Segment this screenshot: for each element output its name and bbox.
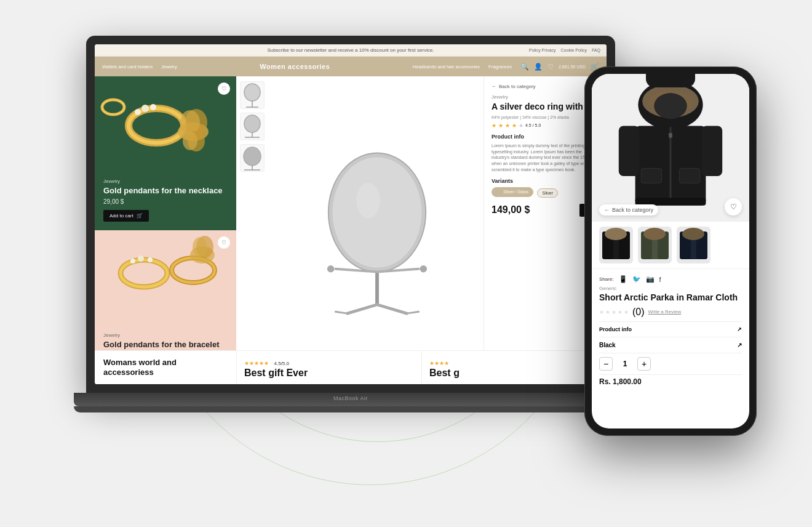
svg-point-22 — [244, 84, 260, 101]
svg-point-40 — [420, 265, 427, 273]
phone-product-info-row[interactable]: Product info ↗ — [599, 321, 742, 337]
laptop-device: Subscribe to our newsletter and receive … — [74, 36, 627, 454]
back-to-category[interactable]: ← Back to category — [492, 84, 599, 89]
nav-wallets[interactable]: Wallets and card holders — [102, 64, 153, 70]
phone-star-4: ★ — [618, 309, 623, 315]
detail-description: Lorem Ipsum is simply dummy text of the … — [492, 143, 599, 173]
svg-point-9 — [183, 132, 197, 150]
card-2-heart[interactable]: ♡ — [218, 236, 230, 249]
svg-point-15 — [138, 255, 144, 262]
svg-point-46 — [654, 93, 687, 119]
cart-btn-icon: 🛒 — [137, 213, 143, 219]
variant-silver-glass[interactable]: Silver / Glass — [492, 187, 533, 197]
jewelry-image-2 — [95, 230, 236, 316]
thumb-3[interactable] — [240, 144, 265, 172]
policy-link[interactable]: Policy Privacy — [529, 48, 556, 52]
review-1-title: Best gift Ever — [244, 368, 414, 379]
jewelry-image-1 — [95, 76, 236, 175]
phone-color-label: Black — [599, 342, 616, 348]
qty-decrease-btn[interactable]: − — [599, 357, 613, 371]
svg-point-13 — [121, 260, 167, 287]
heart-icon[interactable]: ♡ — [547, 63, 554, 71]
phone-color-expand: ↗ — [737, 342, 742, 348]
cookie-link[interactable]: Cookie Policy — [561, 48, 587, 52]
svg-point-2 — [135, 109, 141, 115]
laptop-screen-outer: Subscribe to our newsletter and receive … — [86, 36, 615, 393]
stars-value: 4.5 / 5.0 — [525, 123, 541, 127]
card-2-category: Jewelry — [103, 332, 228, 338]
cart-price[interactable]: 2,661.59 USD — [559, 65, 586, 69]
user-icon[interactable]: 👤 — [534, 63, 543, 71]
site-nav: Wallets and card holders Jewelry Women a… — [95, 57, 607, 76]
phone-device: ← Back to category ♡ — [584, 66, 757, 436]
topbar-links: Policy Privacy Cookie Policy FAQ — [529, 48, 600, 52]
product-detail-area: ← Back to category Jewelry A silver deco… — [236, 76, 607, 384]
card-1-heart[interactable]: ♡ — [218, 82, 230, 95]
thumb-mirror-top — [241, 82, 263, 108]
variant-active-label: Silver / Glass — [503, 190, 528, 194]
twitter-icon[interactable]: 🐦 — [632, 275, 641, 283]
nav-fragrances[interactable]: Fragrances — [488, 64, 512, 70]
review-card-2: ★★★★ Best g — [421, 352, 607, 384]
product-cards: ♡ Jewelry Gold pendants for the necklace… — [95, 76, 236, 384]
phone-star-2: ★ — [605, 309, 610, 315]
svg-rect-52 — [641, 168, 661, 183]
nav-headbands[interactable]: Headbands and hair accessories — [413, 64, 480, 70]
instagram-icon[interactable]: 📷 — [646, 275, 655, 283]
svg-rect-48 — [619, 126, 639, 176]
thumb-2[interactable] — [240, 113, 265, 140]
svg-point-3 — [141, 105, 149, 112]
qty-increase-btn[interactable]: + — [637, 357, 651, 371]
phone-heart-btn[interactable]: ♡ — [725, 198, 742, 215]
whatsapp-icon[interactable]: 📱 — [619, 275, 627, 283]
variants-label: Variants — [492, 178, 599, 184]
review-1-header: ★★★★★ 4.5/5.0 — [244, 356, 414, 368]
variant-silver[interactable]: Silver — [537, 188, 558, 198]
site-logo[interactable]: Women accessories — [186, 63, 404, 70]
svg-point-32 — [332, 157, 421, 268]
thumb-1[interactable] — [240, 81, 265, 109]
phone-star-5: ★ — [624, 309, 629, 315]
svg-line-41 — [335, 312, 347, 313]
review-card-1: ★★★★★ 4.5/5.0 Best gift Ever — [236, 352, 421, 384]
phone-star-3: ★ — [611, 309, 616, 315]
svg-point-4 — [150, 104, 156, 110]
variant-img-2[interactable] — [638, 227, 672, 264]
variant-parka-1 — [599, 227, 633, 264]
parka-svg — [615, 80, 726, 215]
phone-rating-count: (0) — [632, 307, 645, 318]
site-topbar: Subscribe to our newsletter and receive … — [95, 44, 607, 57]
svg-point-16 — [148, 257, 153, 262]
bottom-promo-text: Womans world and accessoriess — [95, 352, 236, 383]
phone-back-btn[interactable]: ← Back to category — [599, 204, 658, 215]
phone-product-info: Share: 📱 🐦 📷 f Generic Short Arctic Park… — [592, 269, 749, 428]
search-icon[interactable]: 🔍 — [520, 63, 529, 71]
write-review-link[interactable]: Write a Review — [648, 309, 682, 315]
phone-brand: Generic — [599, 286, 742, 291]
phone-screen: ← Back to category ♡ — [592, 74, 749, 428]
variant-img-3[interactable] — [677, 227, 710, 264]
card-1-add-to-cart[interactable]: Add to cart 🛒 — [103, 210, 149, 222]
site-main: ♡ Jewelry Gold pendants for the necklace… — [95, 76, 607, 384]
phone-color-row[interactable]: Black ↗ — [599, 337, 742, 353]
review-2-header: ★★★★ — [429, 356, 599, 368]
review-1-rating: 4.5/5.0 — [274, 361, 289, 366]
nav-jewelry[interactable]: Jewelry — [161, 64, 177, 70]
facebook-icon[interactable]: f — [659, 276, 661, 283]
card-1-image-area — [95, 76, 236, 175]
laptop-foot — [74, 406, 627, 412]
product-info-label[interactable]: Product info — [492, 134, 599, 140]
variants-options: Silver / Glass Silver — [492, 187, 599, 198]
thumb-mirror-bot — [241, 145, 263, 171]
star-2: ★ — [498, 123, 503, 129]
phone-outer: ← Back to category ♡ — [584, 66, 757, 436]
phone-product-image: ← Back to category ♡ — [592, 74, 749, 222]
variant-img-1[interactable] — [599, 227, 633, 264]
faq-link[interactable]: FAQ — [592, 48, 600, 52]
card-1-title: Gold pendants for the necklace — [103, 186, 228, 196]
svg-point-11 — [102, 100, 124, 115]
phone-notch — [646, 74, 695, 87]
back-label: Back to category — [499, 84, 536, 89]
detail-category: Jewelry — [492, 94, 599, 100]
star-half: ★ — [519, 123, 523, 129]
